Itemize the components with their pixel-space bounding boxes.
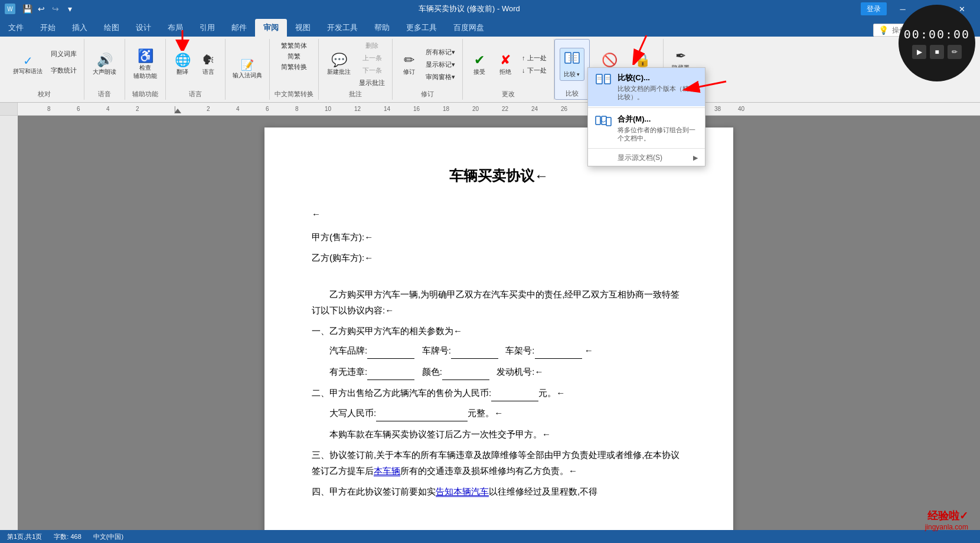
spelling-icon: ✓: [23, 54, 33, 68]
capital-amount: 大写人民币: 元整。←: [312, 405, 686, 421]
ribbon-tabs: 文件 开始 插入 绘图 设计 布局 引用 邮件 审阅 视图 开发工具 帮助 更多…: [0, 18, 980, 37]
tab-review[interactable]: 审阅: [255, 19, 287, 37]
document-area: 车辆买卖协议← ← 甲方(售车方):← 乙方(购车方):← 乙方购买甲方汽车一辆…: [0, 116, 980, 543]
word-icon: W: [5, 4, 15, 14]
ribbon-group-comments: 💬 新建批注 删除 上一条 下一条 显示批注: [319, 39, 393, 100]
doc-return-line: ←: [312, 206, 686, 222]
compare-dropdown-menu[interactable]: 比较(C)... 比较文档的两个版本（精确比较）。 合并(M)... 将多位作者…: [587, 67, 705, 166]
translate-icon: 🌐: [175, 53, 191, 68]
svg-text:14: 14: [384, 106, 391, 112]
next-change-button[interactable]: ↓ 下一处: [520, 65, 549, 76]
reject-icon: ✘: [500, 53, 511, 68]
svg-text:6: 6: [77, 106, 80, 112]
comment-icon: 💬: [331, 53, 347, 68]
thesaurus-button[interactable]: 同义词库: [48, 48, 79, 64]
spelling-grammar-button[interactable]: ✓ 拼写和语法: [9, 48, 46, 81]
read-aloud-button[interactable]: 🔊 大声朗读: [89, 48, 120, 81]
prev-comment-button[interactable]: 上一条: [357, 53, 387, 64]
compare-option-title: 比较(C)...: [618, 73, 698, 83]
input-dictionary-button[interactable]: 📝 输入法词典: [230, 54, 264, 84]
svg-text:20: 20: [472, 106, 479, 112]
merge-option-title: 合并(M)...: [618, 114, 698, 125]
next-comment-button[interactable]: 下一条: [357, 65, 387, 76]
simplified-chinese-button[interactable]: 简繁: [285, 51, 303, 60]
timer-stop-button[interactable]: ■: [930, 45, 944, 59]
all-markup-button[interactable]: 所有标记▾: [423, 47, 458, 58]
accept-button[interactable]: ✔ 接受: [468, 48, 491, 81]
show-comments-button[interactable]: 显示批注: [357, 77, 387, 89]
dropdown-divider: [588, 107, 705, 108]
document-scroll-area[interactable]: 车辆买卖协议← ← 甲方(售车方):← 乙方(购车方):← 乙方购买甲方汽车一辆…: [18, 116, 980, 543]
tab-mailings[interactable]: 邮件: [223, 19, 255, 37]
ribbon-group-language: 🌐 翻译 🗣 语言 语言: [166, 39, 226, 100]
word-count-button[interactable]: 字数统计: [48, 65, 79, 80]
ruler-side: [0, 103, 18, 115]
tab-insert[interactable]: 插入: [64, 19, 96, 37]
svg-text:40: 40: [738, 106, 745, 112]
timer-widget: 00:00:00 ▶ ■ ✏: [899, 5, 975, 81]
compare-button[interactable]: 比较 ▾: [560, 48, 584, 81]
tab-draw[interactable]: 绘图: [96, 19, 128, 37]
translate-button[interactable]: 🌐 翻译: [171, 48, 194, 81]
compare-option[interactable]: 比较(C)... 比较文档的两个版本（精确比较）。: [588, 68, 705, 106]
tab-file[interactable]: 文件: [0, 19, 32, 37]
ruler-main: // Inline ruler ticks via SVG 8 6 4 2 | …: [18, 103, 980, 115]
tab-design[interactable]: 设计: [128, 19, 159, 37]
svg-text:22: 22: [502, 106, 509, 112]
tab-home[interactable]: 开始: [32, 19, 64, 37]
language-icon: 🗣: [202, 53, 215, 68]
timer-play-button[interactable]: ▶: [912, 45, 926, 59]
svg-text:4: 4: [236, 106, 240, 112]
reject-button[interactable]: ✘ 拒绝: [494, 48, 517, 81]
language-button[interactable]: 🗣 语言: [197, 48, 220, 81]
svg-rect-42: [606, 117, 611, 126]
tab-baidu[interactable]: 百度网盘: [445, 19, 492, 37]
document-title: 车辆买卖协议←: [312, 163, 686, 188]
title-bar: W 💾 ↩ ↪ ▾ 车辆买卖协议 (修改前) - Word 登录 ─ □ ✕: [0, 0, 980, 18]
convert-button[interactable]: 简繁转换: [279, 61, 309, 71]
car-fields-1: 汽车品牌: 车牌号: 车架号: ←: [329, 342, 686, 359]
tab-help[interactable]: 帮助: [366, 19, 398, 37]
chinese-convert-label: 中文简繁转换: [275, 89, 313, 99]
car-fields-2: 有无违章: 颜色: 发动机号:←: [329, 364, 686, 380]
track-changes-icon: ✏: [404, 53, 414, 68]
tab-view[interactable]: 视图: [287, 19, 319, 37]
restrict-editing-icon: 🔒: [635, 53, 651, 68]
timer-edit-button[interactable]: ✏: [948, 45, 962, 59]
ribbon: 文件 开始 插入 绘图 设计 布局 引用 邮件 审阅 视图 开发工具 帮助 更多…: [0, 18, 980, 103]
accessibility-check-button[interactable]: ♿ 检查辅助功能: [130, 48, 161, 81]
tab-more-tools[interactable]: 更多工具: [398, 19, 445, 37]
prev-change-button[interactable]: ↑ 上一处: [520, 53, 549, 64]
document-page[interactable]: 车辆买卖协议← ← 甲方(售车方):← 乙方(购车方):← 乙方购买甲方汽车一辆…: [264, 127, 733, 543]
redo-button[interactable]: ↪: [50, 3, 61, 15]
hide-ink-icon: ✒: [675, 48, 686, 64]
merge-option[interactable]: 合并(M)... 将多位作者的修订组合到一个文档中。: [588, 109, 705, 148]
show-markup-button[interactable]: 显示标记▾: [423, 59, 458, 70]
new-comment-button[interactable]: 💬 新建批注: [324, 48, 354, 81]
undo-button[interactable]: ↩: [35, 3, 47, 15]
read-aloud-icon: 🔊: [97, 53, 113, 68]
show-source-docs-option[interactable]: 显示源文档(S) ▶: [588, 150, 705, 166]
svg-text:38: 38: [714, 106, 721, 112]
show-source-docs-label: 显示源文档(S): [618, 153, 662, 163]
svg-text:2: 2: [207, 106, 210, 112]
review-pane-button[interactable]: 审阅窗格▾: [423, 71, 458, 83]
svg-text:26: 26: [561, 106, 568, 112]
party-a-line: 甲方(售车方):←: [312, 229, 686, 245]
track-changes-button[interactable]: ✏ 修订: [397, 48, 421, 81]
customize-quick-access-button[interactable]: ▾: [64, 3, 76, 15]
status-language: 中文(中国): [93, 532, 123, 541]
accept-icon: ✔: [474, 53, 485, 68]
tab-developer[interactable]: 开发工具: [319, 19, 366, 37]
login-button[interactable]: 登录: [861, 2, 887, 15]
compare-icon: [564, 50, 580, 70]
section-1: 一、乙方购买甲方汽车的相关参数为←: [312, 323, 686, 339]
red-arrow-down-icon: [174, 30, 191, 51]
ribbon-group-input-assist: 📝 输入法词典: [226, 39, 270, 100]
changes-label: 更改: [502, 89, 515, 99]
traditional-chinese-button[interactable]: 繁繁简体: [279, 40, 309, 50]
delete-comment-button[interactable]: 删除: [357, 40, 387, 51]
save-button[interactable]: 💾: [21, 3, 33, 15]
section-2: 二、甲方出售给乙方此辆汽车的售价为人民币: 元。←: [312, 385, 686, 401]
tab-references[interactable]: 引用: [191, 19, 223, 37]
